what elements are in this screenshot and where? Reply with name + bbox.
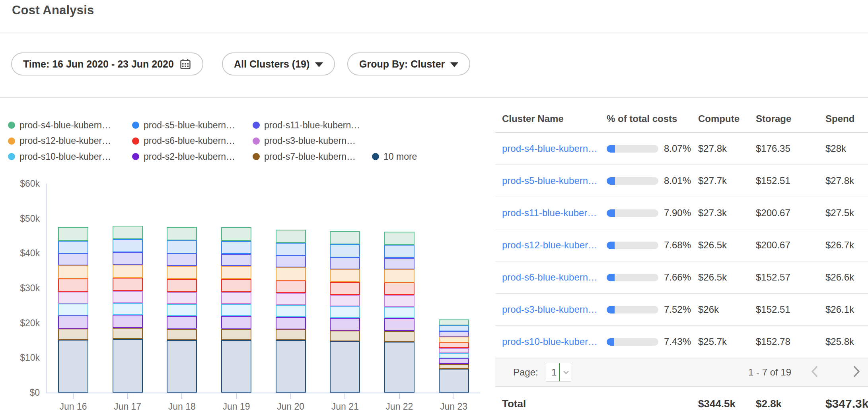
bar-segment[interactable] xyxy=(439,319,469,325)
bar-segment[interactable] xyxy=(439,358,469,364)
bar-segment[interactable] xyxy=(113,291,143,303)
bar-segment[interactable] xyxy=(330,318,360,331)
cluster-name-link[interactable]: prod-s4-blue-kubern… xyxy=(502,143,597,154)
bar-segment[interactable] xyxy=(113,315,143,327)
bar-segment[interactable] xyxy=(384,342,415,393)
legend-item[interactable]: prod-s4-blue-kubern… xyxy=(8,119,111,131)
bar-segment[interactable] xyxy=(167,227,197,240)
bar-segment[interactable] xyxy=(113,226,143,239)
legend-item[interactable]: prod-s6-blue-kubern… xyxy=(132,135,235,147)
cluster-name-link[interactable]: prod-s5-blue-kubern… xyxy=(502,175,597,186)
bar-segment[interactable] xyxy=(58,315,88,328)
bar-segment[interactable] xyxy=(58,304,88,315)
legend-item[interactable]: prod-s12-blue-kuber… xyxy=(8,135,111,147)
bar-segment[interactable] xyxy=(439,353,469,358)
bar-segment[interactable] xyxy=(276,317,306,330)
page-select[interactable]: 1 xyxy=(546,363,571,381)
bar-segment[interactable] xyxy=(221,329,251,340)
bar-segment[interactable] xyxy=(384,232,415,245)
bar-segment[interactable] xyxy=(276,230,306,243)
prev-page-button[interactable] xyxy=(807,364,823,380)
bar-segment[interactable] xyxy=(167,240,197,254)
bar-segment[interactable] xyxy=(58,292,88,304)
clusters-filter-dropdown[interactable]: All Clusters (19) xyxy=(222,52,335,75)
bar-segment[interactable] xyxy=(384,307,415,318)
bar-segment[interactable] xyxy=(221,266,251,279)
bar-segment[interactable] xyxy=(221,304,251,316)
bar-segment[interactable] xyxy=(384,269,415,282)
bar-segment[interactable] xyxy=(276,305,306,317)
legend-item[interactable]: 10 more xyxy=(372,151,417,163)
bar-segment[interactable] xyxy=(58,254,88,265)
legend-item[interactable]: prod-s5-blue-kubern… xyxy=(132,119,235,131)
bar-segment[interactable] xyxy=(276,255,306,267)
bar-segment[interactable] xyxy=(167,329,197,340)
bar-segment[interactable] xyxy=(221,254,251,266)
bar-segment[interactable] xyxy=(330,269,360,282)
bar-segment[interactable] xyxy=(58,265,88,279)
bar-segment[interactable] xyxy=(384,318,415,331)
bar-segment[interactable] xyxy=(113,278,143,290)
bar-segment[interactable] xyxy=(167,266,197,279)
bar-segment[interactable] xyxy=(276,293,306,305)
bar-segment[interactable] xyxy=(113,303,143,315)
bar-segment[interactable] xyxy=(167,340,197,393)
bar-segment[interactable] xyxy=(330,306,360,318)
bar-segment[interactable] xyxy=(221,241,251,254)
bar-segment[interactable] xyxy=(439,337,469,343)
bar-segment[interactable] xyxy=(58,340,88,393)
bar-segment[interactable] xyxy=(330,244,360,257)
bar-segment[interactable] xyxy=(276,281,306,293)
bar-segment[interactable] xyxy=(384,295,415,307)
cluster-name-link[interactable]: prod-s12-blue-kuber… xyxy=(502,240,597,250)
bar-segment[interactable] xyxy=(330,257,360,269)
bar-segment[interactable] xyxy=(221,292,251,304)
bar-segment[interactable] xyxy=(221,340,251,393)
bar-segment[interactable] xyxy=(384,258,415,270)
bar-segment[interactable] xyxy=(330,231,360,244)
bar-segment[interactable] xyxy=(439,331,469,337)
bar-segment[interactable] xyxy=(276,243,306,255)
bar-segment[interactable] xyxy=(439,364,469,369)
bar-segment[interactable] xyxy=(439,348,469,353)
bar-segment[interactable] xyxy=(221,227,251,241)
group-by-dropdown[interactable]: Group By: Cluster xyxy=(347,52,470,75)
bar-segment[interactable] xyxy=(58,329,88,340)
cluster-name-link[interactable]: prod-s3-blue-kubern… xyxy=(502,304,597,315)
bar-segment[interactable] xyxy=(167,279,197,292)
bar-segment[interactable] xyxy=(439,369,469,393)
cluster-name-link[interactable]: prod-s11-blue-kuber… xyxy=(502,207,597,218)
bar-segment[interactable] xyxy=(276,340,306,393)
cluster-name-link[interactable]: prod-s10-blue-kuber… xyxy=(502,336,597,347)
time-filter-button[interactable]: Time: 16 Jun 2020 - 23 Jun 2020 xyxy=(11,52,203,75)
bar-segment[interactable] xyxy=(113,252,143,265)
next-page-button[interactable] xyxy=(849,364,864,380)
legend-item[interactable]: prod-s11-blue-kubern… xyxy=(253,119,360,131)
bar-segment[interactable] xyxy=(276,267,306,280)
legend-item[interactable]: prod-s7-blue-kubern… xyxy=(253,151,356,163)
bar-segment[interactable] xyxy=(113,239,143,252)
bar-segment[interactable] xyxy=(384,283,415,295)
bar-segment[interactable] xyxy=(330,331,360,341)
bar-segment[interactable] xyxy=(58,227,88,240)
bar-segment[interactable] xyxy=(439,343,469,348)
bar-segment[interactable] xyxy=(276,329,306,340)
bar-segment[interactable] xyxy=(330,295,360,307)
bar-segment[interactable] xyxy=(221,279,251,292)
bar-segment[interactable] xyxy=(221,316,251,329)
legend-item[interactable]: prod-s3-blue-kubern… xyxy=(253,135,356,147)
bar-segment[interactable] xyxy=(113,339,143,393)
bar-segment[interactable] xyxy=(330,341,360,393)
bar-segment[interactable] xyxy=(439,325,469,331)
bar-segment[interactable] xyxy=(330,282,360,295)
bar-segment[interactable] xyxy=(167,292,197,304)
legend-item[interactable]: prod-s10-blue-kuber… xyxy=(8,151,111,163)
bar-segment[interactable] xyxy=(384,245,415,257)
bar-segment[interactable] xyxy=(113,265,143,278)
bar-segment[interactable] xyxy=(384,331,415,342)
bar-segment[interactable] xyxy=(58,241,88,254)
cluster-name-link[interactable]: prod-s6-blue-kubern… xyxy=(502,272,597,283)
bar-segment[interactable] xyxy=(167,304,197,316)
bar-segment[interactable] xyxy=(167,254,197,266)
legend-item[interactable]: prod-s2-blue-kubern… xyxy=(132,151,235,163)
